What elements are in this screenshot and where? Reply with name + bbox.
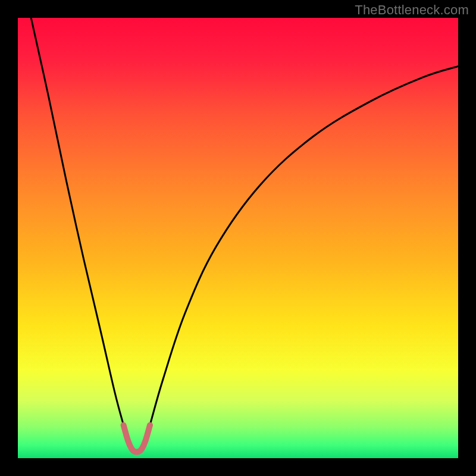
watermark-text: TheBottleneck.com	[355, 2, 469, 18]
svg-rect-0	[18, 18, 458, 458]
plot-area	[18, 18, 458, 458]
left-curve	[31, 18, 132, 449]
right-curve	[141, 66, 458, 449]
curve-layer	[18, 18, 458, 458]
trough-accent	[124, 425, 150, 452]
chart-frame: TheBottleneck.com	[0, 0, 476, 476]
background-gradient	[18, 18, 458, 458]
